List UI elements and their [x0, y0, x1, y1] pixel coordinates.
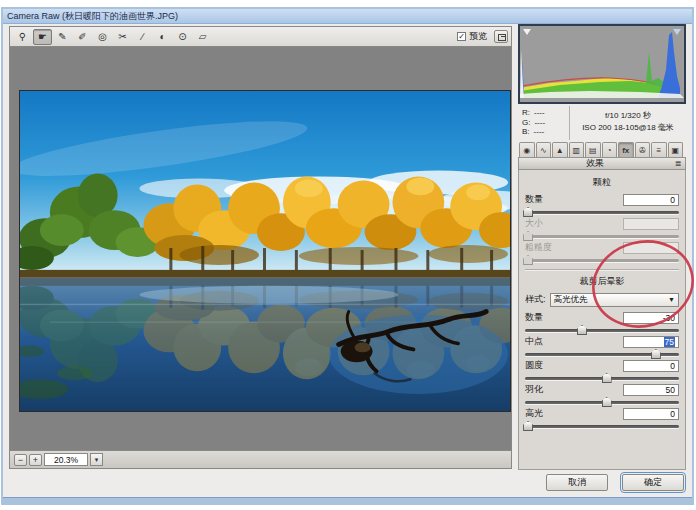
slider-knob[interactable] [523, 255, 533, 265]
straighten-tool[interactable]: ∕ [133, 29, 152, 45]
zoom-out-button[interactable]: − [14, 454, 27, 466]
vignette-midpoint-label: 中点 [525, 335, 543, 348]
graduated-filter-tool[interactable]: ▱ [193, 29, 212, 45]
panel-menu-icon[interactable]: ≣ [671, 159, 685, 168]
slider-knob[interactable] [602, 397, 612, 407]
vignette-feather-slider[interactable] [525, 401, 679, 404]
b-label: B: [522, 127, 530, 137]
vignette-roundness-label: 圆度 [525, 359, 543, 372]
slider-knob[interactable] [577, 325, 587, 335]
cancel-button[interactable]: 取消 [546, 474, 608, 491]
grain-roughness-value[interactable] [623, 242, 679, 254]
vignette-roundness-slider[interactable] [525, 377, 679, 380]
dialog-footer: 取消 确定 [546, 474, 684, 491]
vignette-style-dropdown[interactable]: 高光优先 ▼ [550, 293, 679, 307]
preview-checkbox[interactable]: ✓ 预览 [457, 30, 487, 43]
grain-amount-value[interactable]: 0 [623, 194, 679, 206]
tab-effects[interactable]: fx [618, 142, 634, 157]
snapshots-icon: ▣ [671, 146, 679, 155]
zoom-strip: − + 20.3% ▾ [10, 450, 511, 468]
zoom-level-dropdown-icon[interactable]: ▾ [90, 453, 103, 466]
histogram [518, 24, 686, 104]
vignette-roundness-value[interactable]: 0 [623, 360, 679, 372]
vignette-highlights-value[interactable]: 0 [623, 408, 679, 420]
vignette-midpoint-slider[interactable] [525, 353, 679, 356]
presets-icon: ≡ [656, 146, 661, 155]
preview-pane: ⚲ ☛ ✎ ✐ ◎ ✂ ∕ ◐ ⊙ ▱ ✓ 预览 [9, 26, 512, 469]
eyedropper-icon: ✎ [58, 31, 66, 42]
vignette-midpoint-value[interactable]: 75 [623, 336, 679, 348]
panel-title: 效果 [519, 157, 671, 170]
window-title: Camera Raw (秋日暖阳下的油画世界.JPG) [7, 10, 178, 23]
hand-tool[interactable]: ☛ [33, 29, 52, 45]
crop-tool[interactable]: ✂ [113, 29, 132, 45]
ok-button[interactable]: 确定 [622, 474, 684, 491]
zoom-in-button[interactable]: + [29, 454, 42, 466]
dropdown-arrow-icon: ▼ [668, 296, 675, 303]
tab-tone-curve[interactable]: ∿ [536, 142, 552, 157]
tab-detail[interactable]: ▲ [552, 142, 568, 157]
tab-presets[interactable]: ≡ [651, 142, 667, 157]
straighten-icon: ∕ [142, 31, 144, 42]
vignette-amount-slider[interactable] [525, 329, 679, 332]
effects-fx-icon: fx [622, 146, 629, 155]
vignette-amount-value[interactable]: -30 [623, 312, 679, 324]
tab-basic[interactable]: ◉ [519, 142, 535, 157]
adjustments-panel: R:---- G:---- B:---- f/10 1/320 秒 ISO 20… [516, 24, 689, 471]
slider-knob[interactable] [651, 349, 661, 359]
white-balance-tool[interactable]: ✎ [53, 29, 72, 45]
tab-split-toning[interactable]: ▤ [585, 142, 601, 157]
title-bar: Camera Raw (秋日暖阳下的油画世界.JPG) [3, 9, 692, 24]
vignette-amount-label: 数量 [525, 311, 543, 324]
basic-icon: ◉ [523, 146, 530, 155]
vignette-style-label: 样式: [525, 293, 546, 306]
vignette-feather-label: 羽化 [525, 383, 543, 396]
vignette-section-title: 裁剪后晕影 [525, 275, 679, 288]
tab-lens-corrections[interactable]: ◔ [602, 142, 618, 157]
grain-size-value[interactable] [623, 218, 679, 230]
checkbox-check-icon[interactable]: ✓ [457, 32, 466, 41]
slider-knob[interactable] [523, 207, 533, 217]
tab-snapshots[interactable]: ▣ [668, 142, 684, 157]
zoom-icon: ⚲ [19, 31, 26, 42]
tab-camera-calibration[interactable]: ✇ [635, 142, 651, 157]
red-eye-tool[interactable]: ⊙ [173, 29, 192, 45]
grain-roughness-slider[interactable] [525, 259, 679, 262]
grain-roughness-label: 粗糙度 [525, 241, 552, 254]
slider-knob[interactable] [523, 421, 533, 431]
tone-curve-icon: ∿ [540, 146, 547, 155]
hand-icon: ☛ [38, 31, 47, 42]
grain-amount-label: 数量 [525, 193, 543, 206]
iso-lens-info: ISO 200 18-105@18 毫米 [570, 122, 686, 134]
color-sampler-tool[interactable]: ✐ [73, 29, 92, 45]
fullscreen-toggle-icon[interactable] [494, 30, 508, 43]
zoom-level-value[interactable]: 20.3% [44, 453, 88, 466]
g-value: ---- [534, 118, 545, 128]
lens-icon: ◔ [607, 146, 612, 155]
r-label: R: [522, 108, 530, 118]
b-value: ---- [534, 127, 545, 137]
exif-info: R:---- G:---- B:---- f/10 1/320 秒 ISO 20… [518, 106, 686, 140]
panel-header: 效果 ≣ [518, 157, 686, 170]
vignette-style-value: 高光优先 [554, 294, 669, 306]
camera-icon: ✇ [639, 146, 646, 155]
slider-knob[interactable] [602, 373, 612, 383]
grain-size-slider[interactable] [525, 235, 679, 238]
grain-amount-slider[interactable] [525, 211, 679, 214]
vignette-highlights-slider[interactable] [525, 425, 679, 428]
tab-hsl-grayscale[interactable]: ▥ [569, 142, 585, 157]
target-icon: ◎ [98, 31, 107, 42]
red-eye-icon: ⊙ [178, 31, 186, 42]
photo-autumn-lake [19, 90, 511, 412]
vignette-feather-value[interactable]: 50 [623, 384, 679, 396]
grain-size-label: 大小 [525, 217, 543, 230]
r-value: ---- [534, 108, 545, 118]
zoom-tool[interactable]: ⚲ [13, 29, 32, 45]
slider-knob[interactable] [523, 231, 533, 241]
graduated-filter-icon: ▱ [199, 31, 207, 42]
targeted-adjustment-tool[interactable]: ◎ [93, 29, 112, 45]
crop-icon: ✂ [118, 31, 126, 42]
spot-removal-tool[interactable]: ◐ [153, 29, 172, 45]
image-canvas[interactable] [10, 47, 511, 450]
g-label: G: [522, 118, 530, 128]
